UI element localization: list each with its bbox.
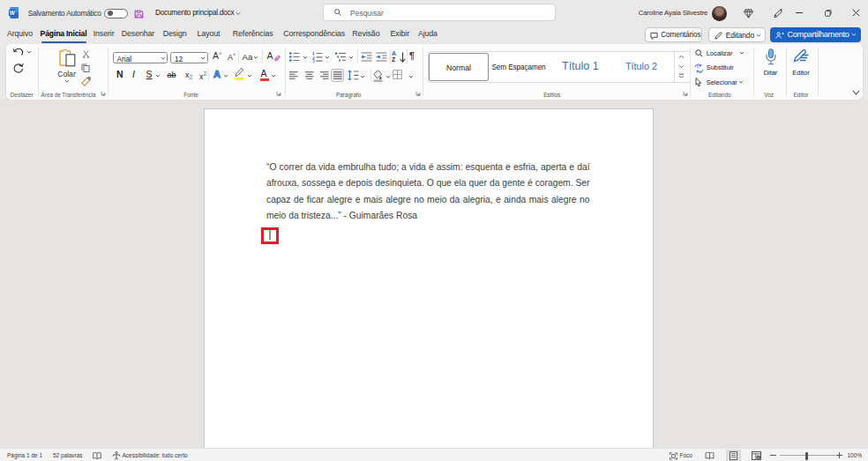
svg-text:W: W <box>10 10 16 16</box>
svg-text:b: b <box>697 64 700 69</box>
svg-text:c: c <box>700 69 702 73</box>
